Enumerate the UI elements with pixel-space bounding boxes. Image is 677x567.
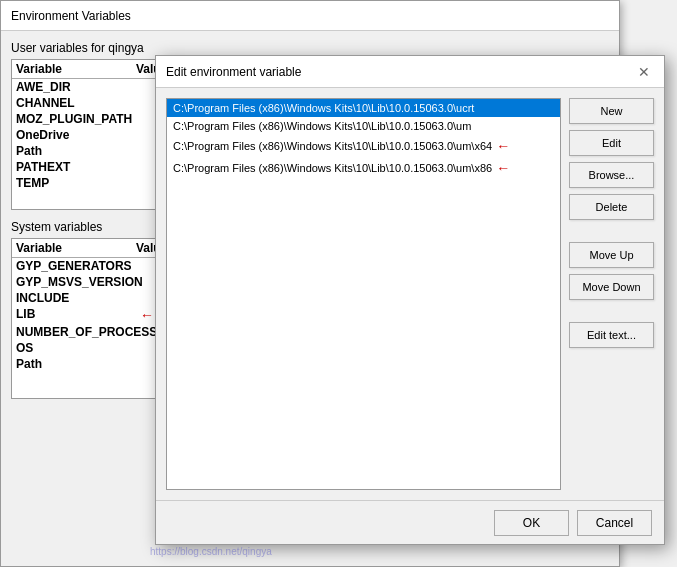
delete-button[interactable]: Delete: [569, 194, 654, 220]
ok-button[interactable]: OK: [494, 510, 569, 536]
spacer: [569, 226, 654, 236]
env-titlebar: Environment Variables: [1, 1, 619, 31]
edit-button[interactable]: Edit: [569, 130, 654, 156]
list-item[interactable]: C:\Program Files (x86)\Windows Kits\10\L…: [167, 135, 560, 157]
spacer: [569, 306, 654, 316]
lib-arrow-icon: ←: [140, 307, 154, 323]
edit-dialog-title: Edit environment variable: [166, 65, 301, 79]
sys-col-variable: Variable: [16, 241, 136, 255]
user-section-label: User variables for qingya: [11, 41, 609, 55]
edit-dialog-body: C:\Program Files (x86)\Windows Kits\10\L…: [156, 88, 664, 500]
new-button[interactable]: New: [569, 98, 654, 124]
edit-env-dialog: Edit environment variable ✕ C:\Program F…: [155, 55, 665, 545]
browse-button[interactable]: Browse...: [569, 162, 654, 188]
dialog-footer: OK Cancel: [156, 500, 664, 544]
button-panel: New Edit Browse... Delete Move Up Move D…: [569, 98, 654, 490]
move-down-button[interactable]: Move Down: [569, 274, 654, 300]
arrow-icon: ←: [496, 160, 510, 176]
list-item[interactable]: C:\Program Files (x86)\Windows Kits\10\L…: [167, 99, 560, 117]
env-window-title: Environment Variables: [11, 9, 131, 23]
edit-text-button[interactable]: Edit text...: [569, 322, 654, 348]
list-item[interactable]: C:\Program Files (x86)\Windows Kits\10\L…: [167, 157, 560, 179]
close-button[interactable]: ✕: [634, 62, 654, 82]
move-up-button[interactable]: Move Up: [569, 242, 654, 268]
path-list[interactable]: C:\Program Files (x86)\Windows Kits\10\L…: [166, 98, 561, 490]
edit-dialog-titlebar: Edit environment variable ✕: [156, 56, 664, 88]
list-item[interactable]: C:\Program Files (x86)\Windows Kits\10\L…: [167, 117, 560, 135]
user-col-variable: Variable: [16, 62, 136, 76]
arrow-icon: ←: [496, 138, 510, 154]
cancel-button[interactable]: Cancel: [577, 510, 652, 536]
